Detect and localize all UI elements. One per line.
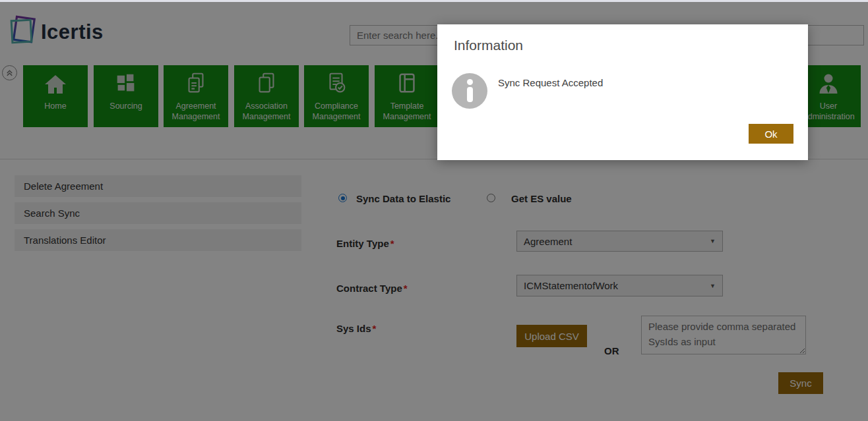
information-dialog: Information Sync Request Accepted Ok (437, 24, 808, 160)
ok-button[interactable]: Ok (749, 124, 793, 144)
info-icon (452, 73, 487, 109)
icertis-app-page: Icertis Home Sourcing (0, 0, 868, 421)
top-edge-strip (0, 0, 868, 2)
dialog-title: Information (454, 38, 523, 53)
dialog-message: Sync Request Accepted (498, 77, 603, 88)
